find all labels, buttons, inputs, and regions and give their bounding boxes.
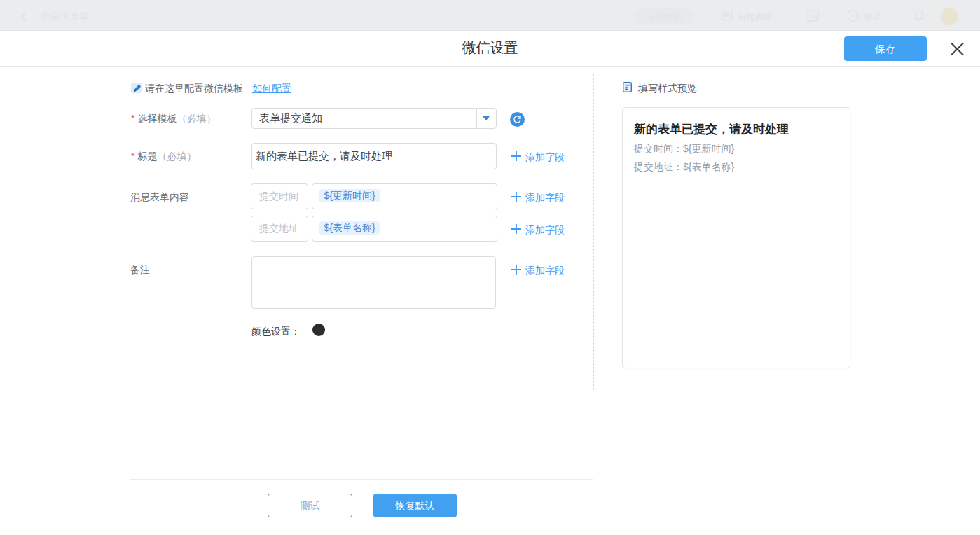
svg-text:?: ? <box>851 13 855 20</box>
svg-text:JS: JS <box>810 13 816 20</box>
